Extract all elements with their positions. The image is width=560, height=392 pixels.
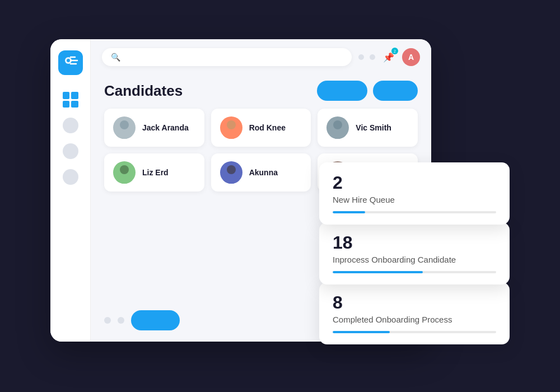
stat-label-inprocess: Inprocess Onboarding Candidate <box>333 255 496 264</box>
avatar-akunna <box>220 161 242 184</box>
stat-progress-completed <box>333 331 496 333</box>
bottombar-dot-2 <box>118 317 124 324</box>
sidebar-navigation <box>63 92 78 185</box>
notifications-button[interactable]: 📌 2 <box>381 49 396 65</box>
page-title: Candidates <box>104 82 183 100</box>
candidate-name-jack-aranda: Jack Aranda <box>142 123 189 132</box>
notification-badge: 2 <box>391 48 398 54</box>
stat-progress-bar-inprocess <box>333 271 423 273</box>
sidebar-item-dot-2[interactable] <box>63 143 78 159</box>
user-avatar[interactable]: A <box>402 48 420 66</box>
add-button[interactable] <box>317 81 367 101</box>
topbar-right: 📌 2 A <box>358 48 420 66</box>
sidebar-item-dot-1[interactable] <box>63 118 78 133</box>
sidebar-item-grid[interactable] <box>63 92 78 108</box>
avatar-jack-aranda <box>113 116 136 139</box>
logo[interactable] <box>58 50 83 75</box>
topbar: 🔍 📌 2 A <box>91 39 431 75</box>
filter-button[interactable] <box>373 81 418 101</box>
svg-point-11 <box>120 165 129 174</box>
candidate-card-liz-erd[interactable]: Liz Erd <box>104 153 204 192</box>
candidate-name-rod-knee: Rod Knee <box>249 123 286 132</box>
candidate-card-vic-smith[interactable]: Vic Smith <box>318 109 418 147</box>
scene: 🔍 📌 2 A Candidates <box>50 28 510 364</box>
sidebar <box>50 39 91 342</box>
svg-point-1 <box>67 59 70 62</box>
stats-container: 2 New Hire Queue 18 Inprocess Onboarding… <box>319 162 510 342</box>
stat-label-completed: Completed Onboarding Process <box>333 315 496 324</box>
header-buttons <box>317 81 418 101</box>
stat-progress-bar-completed <box>333 331 390 333</box>
svg-point-9 <box>333 120 342 129</box>
candidate-card-rod-knee[interactable]: Rod Knee <box>211 109 311 147</box>
stat-number-completed: 8 <box>333 293 496 311</box>
stat-progress-new-hire <box>333 211 496 213</box>
bottombar-dot-1 <box>104 317 111 324</box>
avatar-vic-smith <box>326 116 349 139</box>
stat-progress-bar-new-hire <box>333 211 365 213</box>
search-icon: 🔍 <box>111 53 120 62</box>
search-bar[interactable]: 🔍 <box>102 48 352 66</box>
svg-point-5 <box>120 120 129 129</box>
svg-point-12 <box>117 176 132 184</box>
stat-card-inprocess-onboarding: 18 Inprocess Onboarding Candidate <box>319 222 510 284</box>
topbar-dot-2 <box>370 54 375 60</box>
topbar-dot-1 <box>358 54 364 60</box>
svg-point-10 <box>330 131 345 139</box>
stat-number-new-hire: 2 <box>333 174 496 192</box>
candidate-name-vic-smith: Vic Smith <box>356 123 391 132</box>
page-header: Candidates <box>91 75 431 109</box>
stat-number-inprocess: 18 <box>333 234 496 251</box>
sidebar-item-dot-3[interactable] <box>63 169 78 185</box>
candidate-card-jack-aranda[interactable]: Jack Aranda <box>104 109 204 147</box>
svg-point-6 <box>117 131 132 139</box>
bottombar-button[interactable] <box>131 310 180 330</box>
stat-label-new-hire: New Hire Queue <box>333 195 496 204</box>
candidate-card-akunna[interactable]: Akunna <box>211 153 311 192</box>
avatar-liz-erd <box>113 161 136 184</box>
stat-card-new-hire-queue: 2 New Hire Queue <box>319 162 510 225</box>
stat-card-completed-onboarding: 8 Completed Onboarding Process <box>319 282 510 344</box>
svg-point-7 <box>227 120 236 129</box>
avatar-rod-knee <box>220 116 242 139</box>
svg-point-13 <box>227 165 236 174</box>
candidate-name-akunna: Akunna <box>249 168 278 177</box>
svg-point-14 <box>224 176 239 184</box>
candidate-name-liz-erd: Liz Erd <box>142 168 169 177</box>
stat-progress-inprocess <box>333 271 496 273</box>
svg-point-8 <box>224 131 239 139</box>
